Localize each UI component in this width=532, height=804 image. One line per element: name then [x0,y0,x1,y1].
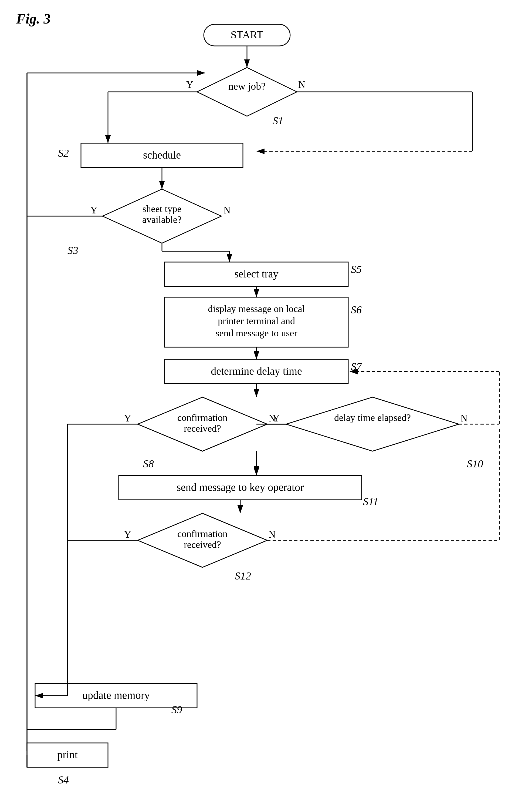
s3-label: S3 [68,244,78,256]
s6-label: S6 [351,304,362,316]
send-msg-label: send message to key operator [177,481,304,493]
y-conf1: Y [124,413,131,424]
y-newjob: Y [186,79,193,90]
start-label: START [230,29,263,41]
delay-elapsed-label1: delay time elapsed? [334,412,411,423]
n-sheettype: N [224,205,230,216]
sheet-type-label2: available? [142,214,182,225]
display-msg-label3: send message to user [216,328,298,339]
schedule-label: schedule [143,149,181,161]
s9-label: S9 [171,704,182,716]
flowchart: START new job? S1 Y N schedule S2 [0,0,532,804]
s10-label: S10 [467,458,483,470]
s4-label: S4 [58,774,69,786]
s7-label: S7 [351,360,362,372]
s1-label: S1 [272,114,283,127]
s12-label: S12 [235,570,251,582]
svg-marker-28 [286,397,459,451]
page: Fig. 3 START new job? S1 Y N [0,0,532,804]
n-newjob: N [298,79,305,90]
n-delay: N [460,413,468,424]
s5-label: S5 [351,263,362,275]
update-memory-label: update memory [82,689,150,701]
sheet-type-label1: sheet type [142,203,182,214]
print-label: print [57,749,78,761]
display-msg-label2: printer terminal and [218,315,295,326]
s2-label: S2 [58,147,69,159]
conf1-label2: received? [184,423,221,434]
new-job-label: new job? [228,80,266,92]
n-conf2: N [269,529,276,540]
display-msg-label1: display message on local [208,304,305,314]
y-conf2: Y [124,529,131,540]
conf2-label1: confirmation [177,528,228,539]
select-tray-label: select tray [234,268,278,280]
s11-label: S11 [363,495,378,508]
s8-label: S8 [143,458,154,470]
delay-time-label: determine delay time [211,365,302,377]
conf2-label2: received? [184,539,221,550]
svg-marker-5 [197,68,297,116]
y-sheettype: Y [91,205,97,216]
y-delay: Y [272,413,280,424]
conf1-label1: confirmation [177,412,228,423]
